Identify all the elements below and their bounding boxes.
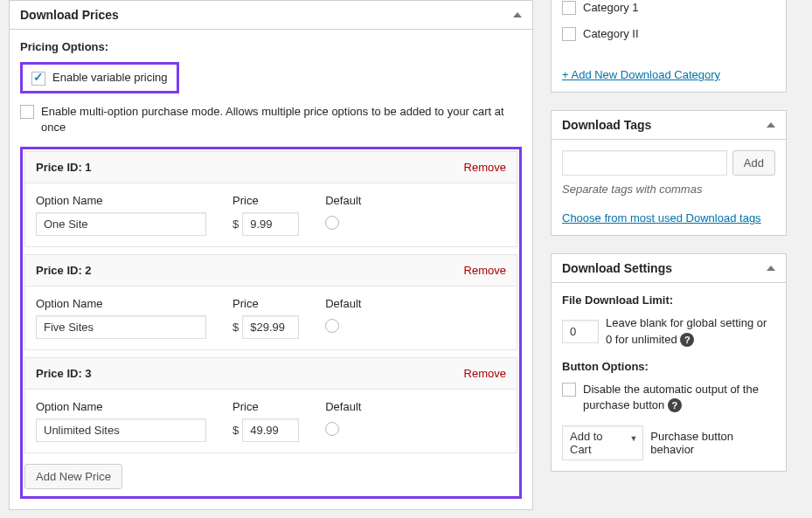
download-categories-box: Category 1 Category II + Add New Downloa… xyxy=(551,0,787,93)
download-settings-box: Download Settings File Download Limit: L… xyxy=(551,253,787,472)
price-id-label: Price ID: 3 xyxy=(36,367,92,380)
panel-toggle-icon[interactable] xyxy=(767,122,775,128)
enable-multi-option-checkbox[interactable] xyxy=(20,105,34,119)
default-label: Default xyxy=(325,194,361,207)
price-id-label: Price ID: 2 xyxy=(36,264,92,277)
add-new-category-link[interactable]: + Add New Download Category xyxy=(562,68,720,81)
currency-symbol: $ xyxy=(232,218,239,231)
tags-input[interactable] xyxy=(562,150,727,176)
default-label: Default xyxy=(325,297,361,310)
remove-price-link[interactable]: Remove xyxy=(464,367,506,380)
price-label: Price xyxy=(232,400,299,413)
multi-option-row: Enable multi-option purchase mode. Allow… xyxy=(20,104,522,135)
default-label: Default xyxy=(325,400,361,413)
download-prices-header: Download Prices xyxy=(10,1,532,30)
panel-toggle-icon[interactable] xyxy=(767,266,775,271)
option-name-input[interactable] xyxy=(36,315,206,339)
price-label: Price xyxy=(232,297,299,310)
tags-hint: Separate tags with commas xyxy=(552,183,786,206)
price-row: Price ID: 3 Remove Option Name Price xyxy=(24,357,517,453)
option-name-input[interactable] xyxy=(36,418,206,442)
category-label: Category II xyxy=(583,26,639,42)
enable-multi-option-label: Enable multi-option purchase mode. Allow… xyxy=(41,104,522,135)
help-icon[interactable]: ? xyxy=(680,333,694,347)
help-icon[interactable]: ? xyxy=(668,398,682,412)
category-item: Category II xyxy=(562,26,775,42)
purchase-behavior-select[interactable]: Add to Cart ▼ xyxy=(562,425,643,460)
default-radio[interactable] xyxy=(325,216,339,230)
category-checkbox[interactable] xyxy=(562,27,576,41)
download-prices-title: Download Prices xyxy=(20,8,119,22)
price-row: Price ID: 2 Remove Option Name Price xyxy=(24,254,517,350)
download-tags-box: Download Tags Add Separate tags with com… xyxy=(551,110,787,236)
default-radio[interactable] xyxy=(325,422,339,436)
variable-pricing-table: Price ID: 1 Remove Option Name Price xyxy=(20,147,522,499)
currency-symbol: $ xyxy=(232,424,239,437)
price-label: Price xyxy=(232,194,299,207)
download-settings-title: Download Settings xyxy=(562,261,672,275)
add-tag-button[interactable]: Add xyxy=(732,150,775,176)
option-name-label: Option Name xyxy=(36,297,206,310)
enable-variable-pricing-checkbox[interactable] xyxy=(31,72,45,86)
purchase-behavior-label: Purchase button behavior xyxy=(650,430,775,456)
option-name-input[interactable] xyxy=(36,212,206,236)
price-input[interactable] xyxy=(242,315,299,339)
button-options-label: Button Options: xyxy=(562,360,775,373)
price-input[interactable] xyxy=(242,418,299,442)
category-checkbox[interactable] xyxy=(562,1,576,15)
download-prices-box: Download Prices Pricing Options: Enable … xyxy=(9,0,533,510)
remove-price-link[interactable]: Remove xyxy=(464,161,506,174)
file-download-limit-label: File Download Limit: xyxy=(562,294,775,307)
default-radio[interactable] xyxy=(325,319,339,333)
purchase-behavior-selected: Add to Cart xyxy=(570,430,603,456)
price-id-label: Price ID: 1 xyxy=(36,161,92,174)
pricing-options-label: Pricing Options: xyxy=(20,40,522,53)
download-tags-title: Download Tags xyxy=(562,118,651,132)
choose-tags-link[interactable]: Choose from most used Download tags xyxy=(562,211,761,224)
remove-price-link[interactable]: Remove xyxy=(464,264,506,277)
category-label: Category 1 xyxy=(583,0,639,16)
disable-purchase-button-checkbox[interactable] xyxy=(562,383,576,397)
category-item: Category 1 xyxy=(562,0,775,16)
enable-variable-pricing-label: Enable variable pricing xyxy=(52,70,168,86)
panel-toggle-icon[interactable] xyxy=(513,12,522,17)
currency-symbol: $ xyxy=(232,321,239,334)
chevron-down-icon: ▼ xyxy=(629,434,637,443)
option-name-label: Option Name xyxy=(36,400,206,413)
price-input[interactable] xyxy=(242,212,299,236)
variable-pricing-highlight: Enable variable pricing xyxy=(20,62,179,93)
option-name-label: Option Name xyxy=(36,194,206,207)
price-row: Price ID: 1 Remove Option Name Price xyxy=(24,151,517,247)
add-new-price-button[interactable]: Add New Price xyxy=(24,464,122,489)
file-download-limit-input[interactable] xyxy=(562,320,599,343)
